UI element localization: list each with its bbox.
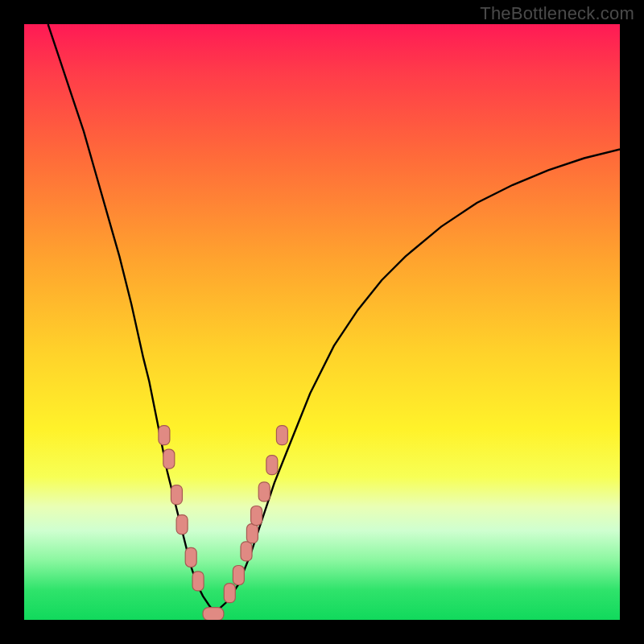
chart-svg [24,24,620,620]
marker-left-1 [163,449,175,469]
marker-right-0 [224,584,235,603]
marker-left-5 [192,572,204,591]
marker-right-2 [241,542,252,561]
marker-right-4 [251,506,262,526]
chart-frame: TheBottleneck.com [0,0,644,644]
marker-bottom-bar [203,608,224,620]
marker-left-4 [185,547,196,567]
watermark-text: TheBottleneck.com [480,3,634,24]
marker-left-0 [159,426,170,445]
curve-right-branch [215,149,620,613]
chart-plot-area [24,24,620,620]
marker-left-3 [176,515,188,535]
curve-left-branch [48,24,215,613]
marker-right-7 [276,426,287,445]
marker-left-2 [171,485,182,505]
marker-right-1 [233,566,244,585]
marker-right-5 [258,482,270,502]
marker-right-6 [266,456,278,475]
marker-right-3 [246,524,258,543]
